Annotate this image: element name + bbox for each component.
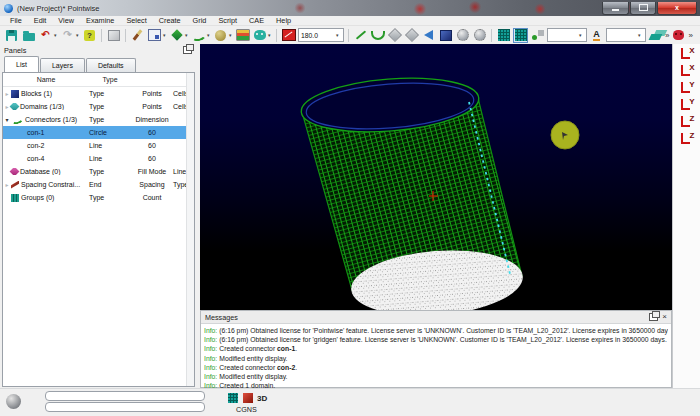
connector-style-button[interactable] xyxy=(191,28,206,43)
close-messages-icon[interactable]: × xyxy=(662,313,667,321)
copy-frame-button[interactable] xyxy=(147,28,162,43)
unstructured-grid-button[interactable] xyxy=(513,28,528,43)
surface-tool-button[interactable] xyxy=(387,28,402,43)
panels-sidebar: Panels List Layers Defaults Name Type ▸B… xyxy=(0,44,197,388)
menu-help[interactable]: Help xyxy=(270,16,297,25)
solid-mesh-dropdown[interactable]: ▾ xyxy=(185,33,190,38)
mesh-sphere2-button[interactable] xyxy=(472,28,487,43)
view-pos-x-button[interactable]: X xyxy=(679,46,696,61)
red-mask-icon xyxy=(673,30,684,40)
mask-display-button[interactable] xyxy=(252,28,267,43)
undo-icon: ↶ xyxy=(41,30,49,40)
assemble-block-button[interactable] xyxy=(438,28,453,43)
menu-create[interactable]: Create xyxy=(153,16,187,25)
shaded-sphere-dropdown[interactable]: ▾ xyxy=(229,33,234,38)
float-panel-icon[interactable] xyxy=(183,46,192,54)
revolve-button[interactable] xyxy=(421,28,436,43)
tree-scrollbar[interactable] xyxy=(186,73,194,386)
close-button[interactable]: x xyxy=(657,2,697,15)
display-viewport[interactable] xyxy=(200,44,672,310)
layers-button[interactable] xyxy=(648,28,663,43)
minimize-button[interactable] xyxy=(602,2,629,15)
blue-box-icon xyxy=(440,30,452,41)
structured-grid-button[interactable] xyxy=(496,28,511,43)
menu-cae[interactable]: CAE xyxy=(243,16,270,25)
spacing-combo[interactable]: ▾ xyxy=(606,28,646,42)
tree-row-con-4[interactable]: con-4 Line 60 xyxy=(3,152,194,165)
save-icon xyxy=(6,30,17,41)
open-button[interactable] xyxy=(21,28,36,43)
connector-tool-button[interactable] xyxy=(530,28,545,43)
toolbar-overflow[interactable]: » xyxy=(665,31,669,40)
surface-tool2-button[interactable] xyxy=(404,28,419,43)
examine-button[interactable] xyxy=(281,28,296,43)
tree-row-con-1[interactable]: con-1 Circle 60 xyxy=(3,126,194,139)
mesh-cylinder[interactable] xyxy=(299,72,525,310)
database-icon xyxy=(10,168,20,175)
draw-style-button[interactable] xyxy=(130,28,145,43)
toolbar-overflow[interactable]: » xyxy=(688,31,692,40)
solid-mesh-button[interactable] xyxy=(169,28,184,43)
collapse-arrow-icon[interactable]: ▾ xyxy=(3,116,11,123)
status-input-1[interactable] xyxy=(45,391,205,401)
angle-combo[interactable]: 180.0 ▾ xyxy=(298,28,344,42)
menu-view[interactable]: View xyxy=(52,16,80,25)
view-pos-z-button[interactable]: Z xyxy=(679,114,696,129)
tree-row-groups[interactable]: Groups (0) Type Count xyxy=(3,191,194,204)
copy-frame-dropdown[interactable]: ▾ xyxy=(163,33,168,38)
tree-row-spacing-constraints[interactable]: ▸Spacing Constrai... End Spacing Type xyxy=(3,178,194,191)
pointwise-window: (New Project)* Pointwise x File Edit Vie… xyxy=(0,0,700,416)
two-point-curve-button[interactable] xyxy=(353,28,368,43)
view-pos-y-button[interactable]: Y xyxy=(679,80,696,95)
tree-row-blocks[interactable]: ▸Blocks (1) Type Points Cells xyxy=(3,87,194,100)
status-input-2[interactable] xyxy=(45,402,205,412)
menu-file[interactable]: File xyxy=(4,16,28,25)
tab-list[interactable]: List xyxy=(4,56,39,72)
attribute-a-icon: A xyxy=(593,30,600,41)
attribute-button[interactable]: A xyxy=(589,28,604,43)
tab-defaults[interactable]: Defaults xyxy=(86,58,136,72)
cae-mask-button[interactable] xyxy=(671,28,686,43)
message-line: Info:(6:16 pm) Obtained license for 'Poi… xyxy=(204,326,668,335)
tree-row-con-2[interactable]: con-2 Line 60 xyxy=(3,139,194,152)
cae-solver-label: CGNS xyxy=(236,405,257,414)
angle-combo-caret: ▾ xyxy=(336,33,341,38)
message-line: Info:(6:16 pm) Obtained license for 'gri… xyxy=(204,335,668,344)
minimize-icon xyxy=(612,9,619,11)
arc-curve-button[interactable] xyxy=(370,28,385,43)
menu-examine[interactable]: Examine xyxy=(80,16,120,25)
expand-arrow-icon[interactable]: ▸ xyxy=(3,90,11,97)
axis-icon xyxy=(681,82,690,93)
dimension-combo[interactable]: ▾ xyxy=(547,28,587,42)
show-hide-button[interactable] xyxy=(106,28,121,43)
redo-dropdown[interactable]: ▾ xyxy=(76,33,81,38)
undo-dropdown[interactable]: ▾ xyxy=(54,33,59,38)
connector-style-dropdown[interactable]: ▾ xyxy=(207,33,212,38)
redo-button[interactable]: ↷ xyxy=(60,28,75,43)
menu-grid[interactable]: Grid xyxy=(187,16,213,25)
float-messages-icon[interactable] xyxy=(649,313,658,321)
save-button[interactable] xyxy=(4,28,19,43)
menu-edit[interactable]: Edit xyxy=(28,16,53,25)
cylinder-mesh-scene xyxy=(200,44,672,310)
mask-display-dropdown[interactable]: ▾ xyxy=(268,33,273,38)
tree-row-connectors[interactable]: ▾Connectors (1/3) Type Dimension xyxy=(3,113,194,126)
image-display-button[interactable] xyxy=(235,28,250,43)
tree-row-domains[interactable]: ▸Domains (1/3) Type Points Cells xyxy=(3,100,194,113)
view-neg-y-button[interactable]: Y xyxy=(679,97,696,112)
menu-select[interactable]: Select xyxy=(120,16,152,25)
view-neg-z-button[interactable]: Z xyxy=(679,131,696,146)
shaded-sphere-button[interactable] xyxy=(213,28,228,43)
tree-row-database[interactable]: Database (0) Type Fill Mode Line ... xyxy=(3,165,194,178)
toolbar-separator xyxy=(348,29,349,42)
expand-arrow-icon[interactable]: ▸ xyxy=(3,181,11,188)
mesh-sphere-button[interactable] xyxy=(455,28,470,43)
tab-layers[interactable]: Layers xyxy=(40,58,85,72)
gray-box-icon xyxy=(108,30,120,41)
undo-button[interactable]: ↶ xyxy=(38,28,53,43)
maximize-button[interactable] xyxy=(630,2,656,15)
menu-script[interactable]: Script xyxy=(212,16,243,25)
view-neg-x-button[interactable]: X xyxy=(679,63,696,78)
teal-grid-icon xyxy=(515,29,527,41)
help-button[interactable]: ? xyxy=(82,28,97,43)
